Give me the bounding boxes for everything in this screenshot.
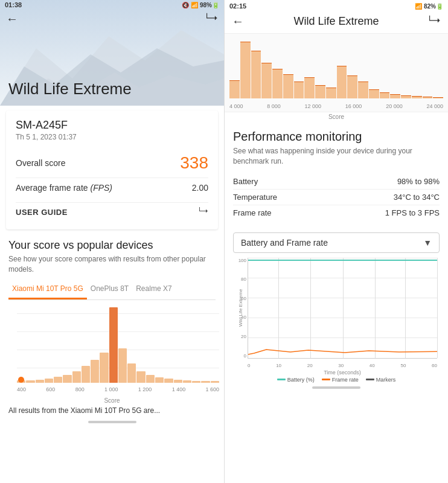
right-title: Wild Life Extreme (293, 15, 379, 28)
bar-11 (118, 348, 127, 382)
chart-type-dropdown[interactable]: Battery and Frame rate ▼ (233, 232, 440, 253)
bar-13 (136, 371, 145, 383)
bar-7 (82, 366, 90, 383)
dist-bar-13 (369, 89, 379, 98)
device-date: Th 5 1, 2023 01:37 (16, 133, 208, 141)
chart-y-labels (0, 307, 16, 383)
compare-bar-chart: 400 600 800 1 000 1 200 1 400 1 600 (0, 302, 224, 396)
dist-bar-17 (412, 96, 422, 98)
dist-bars-container (229, 39, 443, 98)
avg-fps-row: Average frame rate (FPS) 2.00 (16, 178, 208, 197)
dist-bar-4 (272, 69, 283, 99)
bar-20 (201, 381, 210, 383)
dist-bar-18 (423, 97, 433, 98)
hero-title: Wild Life Extreme (8, 80, 132, 98)
left-top-nav: ← ⮡ (0, 12, 224, 26)
share-button-right[interactable]: ⮡ (429, 14, 441, 28)
dist-bar-19 (433, 97, 443, 98)
back-button-right[interactable]: ← (232, 14, 244, 28)
left-status-time: 01:38 (5, 1, 22, 8)
bar-peak (109, 307, 118, 383)
avg-fps-label: Average frame rate (FPS) (16, 183, 112, 193)
perf-fps-row: Frame rate 1 FPS to 3 FPS (233, 205, 440, 220)
hero-background: ← ⮡ Wild Life Extreme (0, 0, 224, 106)
perf-fps-value: 1 FPS to 3 FPS (385, 208, 440, 217)
bar-15 (155, 377, 164, 383)
chart-bars (17, 307, 219, 383)
score-dot (18, 377, 24, 383)
bar-18 (183, 380, 191, 383)
dist-bar-16 (401, 95, 411, 98)
dropdown-arrow-icon: ▼ (423, 238, 432, 248)
dist-bar-14 (380, 92, 390, 98)
compare-tabs: Xiaomi Mi 10T Pro 5G OnePlus 8T Realme X… (8, 281, 216, 300)
bar-16 (164, 379, 173, 382)
dist-bar-3 (261, 63, 272, 98)
distribution-chart: 4 000 8 000 12 000 16 000 20 000 24 000 (225, 34, 448, 112)
battery-swatch (277, 379, 286, 380)
perf-chart-area: 100 80 60 40 20 0 Wild Life Extreme (233, 258, 440, 376)
bar-6 (72, 371, 81, 383)
avg-fps-value: 2.00 (192, 183, 208, 193)
bar-5 (63, 375, 71, 383)
bar-17 (174, 380, 182, 383)
dist-x-labels: 4 000 8 000 12 000 16 000 20 000 24 000 (229, 103, 443, 109)
right-top-nav: ← Wild Life Extreme ⮡ (225, 11, 448, 34)
result-card: SM-A245F Th 5 1, 2023 01:37 Overall scor… (6, 110, 218, 229)
perf-chart-inner: Wild Life Extreme (248, 258, 437, 359)
chart-x-labels: 400 600 800 1 000 1 200 1 400 1 600 (17, 386, 219, 392)
legend-battery: Battery (%) (277, 377, 315, 383)
right-status-time: 02:15 (229, 2, 246, 10)
framerate-legend-label: Frame rate (332, 377, 359, 383)
tab-realme[interactable]: Realme X7 (132, 281, 175, 299)
tab-xiaomi[interactable]: Xiaomi Mi 10T Pro 5G (8, 281, 87, 299)
bar-8 (91, 360, 99, 383)
perf-temp-value: 34°C to 34°C (394, 193, 440, 202)
bar-4 (54, 377, 62, 383)
user-guide-share-icon[interactable]: ⮡ (199, 206, 208, 217)
bar-3 (45, 379, 53, 382)
markers-legend-label: Markers (376, 377, 396, 383)
framerate-swatch (322, 379, 330, 380)
perf-monitoring-section: Performance monitoring See what was happ… (225, 123, 448, 225)
bar-14 (146, 375, 155, 383)
tab-oneplus[interactable]: OnePlus 8T (87, 281, 132, 299)
dist-bar-1 (240, 42, 251, 98)
right-status-bar: 02:15 📶 82%🔋 (225, 0, 448, 11)
legend-markers: Markers (366, 377, 396, 383)
dist-bar-0 (229, 80, 240, 98)
user-guide-label: USER GUIDE (16, 208, 68, 217)
left-status-icons: 🔇 📶 98%🔋 (182, 2, 219, 8)
perf-x-title: Time (seconds) (248, 369, 437, 376)
bar-1 (26, 380, 34, 383)
dist-bar-2 (251, 51, 261, 98)
right-panel: 02:15 📶 82%🔋 ← Wild Life Extreme ⮡ (224, 0, 448, 483)
wild-life-chart-label: Wild Life Extreme (238, 289, 243, 327)
dist-bar-12 (358, 82, 368, 98)
share-button-left[interactable]: ⮡ (206, 12, 218, 26)
dist-bar-8 (315, 85, 325, 98)
bar-2 (36, 380, 44, 383)
user-guide-row[interactable]: USER GUIDE ⮡ (16, 202, 208, 221)
perf-title: Performance monitoring (233, 130, 440, 144)
chart-legend: Battery (%) Frame rate Markers (225, 377, 448, 383)
chart-svg (248, 258, 437, 358)
dist-bar-9 (326, 88, 336, 98)
battery-legend-label: Battery (%) (287, 377, 315, 383)
left-x-axis-title: Score (0, 397, 224, 404)
back-button-left[interactable]: ← (6, 12, 18, 26)
perf-x-labels: 0 10 20 30 40 50 60 (248, 363, 437, 368)
perf-temp-row: Temperature 34°C to 34°C (233, 190, 440, 205)
dist-bar-15 (390, 94, 400, 98)
v-line-6 (437, 258, 438, 358)
dist-bar-11 (347, 75, 357, 98)
bar-19 (192, 381, 200, 383)
overall-score-row: Overall score 338 (16, 149, 208, 178)
bar-21 (211, 381, 219, 383)
right-status-icons: 📶 82%🔋 (415, 3, 443, 10)
dist-score-label: Score (225, 112, 448, 123)
compare-subtitle: See how your score compares with results… (8, 254, 216, 275)
overall-score-value: 338 (180, 153, 208, 173)
perf-subtitle: See what was happening inside your devic… (233, 146, 440, 167)
left-status-bar: 01:38 🔇 📶 98%🔋 (0, 0, 224, 10)
